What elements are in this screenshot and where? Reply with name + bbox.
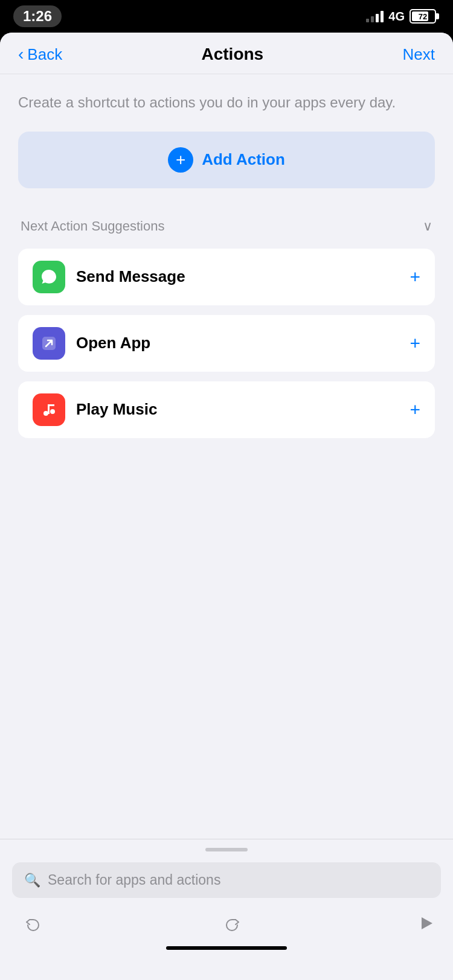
next-button[interactable]: Next (403, 45, 435, 64)
search-icon: 🔍 (24, 873, 40, 888)
back-label: Back (27, 45, 62, 64)
search-placeholder: Search for apps and actions (48, 872, 220, 888)
suggestions-title: Next Action Suggestions (21, 218, 164, 234)
network-type: 4G (388, 10, 405, 24)
status-icons: 4G 72 (366, 9, 436, 24)
chevron-left-icon: ‹ (18, 45, 24, 64)
home-indicator (166, 946, 287, 950)
svg-rect-4 (48, 404, 54, 406)
suggestions-header: Next Action Suggestions ∨ (18, 218, 435, 234)
description-text: Create a shortcut to actions you do in y… (18, 92, 435, 113)
add-open-app-button[interactable]: + (410, 333, 420, 354)
svg-point-2 (50, 409, 55, 414)
add-play-music-button[interactable]: + (410, 399, 420, 420)
play-music-icon (33, 393, 65, 426)
back-button[interactable]: ‹ Back (18, 45, 62, 64)
add-send-message-button[interactable]: + (410, 267, 420, 287)
open-app-icon (33, 327, 65, 360)
add-action-button[interactable]: + Add Action (18, 132, 435, 188)
chevron-down-icon[interactable]: ∨ (423, 218, 432, 234)
action-item-open-app[interactable]: Open App + (18, 315, 435, 372)
play-music-label: Play Music (76, 400, 399, 419)
run-button[interactable] (416, 914, 435, 937)
redo-button[interactable] (217, 910, 247, 940)
svg-point-1 (43, 411, 48, 416)
battery-icon: 72 (410, 9, 436, 24)
undo-button[interactable] (18, 910, 48, 940)
status-time: 1:26 (13, 5, 62, 27)
sheet-handle (205, 848, 248, 851)
action-item-send-message[interactable]: Send Message + (18, 249, 435, 305)
add-action-label: Add Action (202, 150, 285, 169)
action-item-play-music[interactable]: Play Music + (18, 381, 435, 438)
main-sheet: ‹ Back Actions Next Create a shortcut to… (0, 33, 453, 980)
add-icon: + (168, 147, 193, 173)
nav-bar: ‹ Back Actions Next (0, 33, 453, 74)
search-bar[interactable]: 🔍 Search for apps and actions (12, 862, 441, 898)
signal-bars-icon (366, 10, 384, 22)
open-app-label: Open App (76, 334, 399, 352)
send-message-icon (33, 261, 65, 293)
page-title: Actions (201, 45, 263, 64)
content-area: Create a shortcut to actions you do in y… (0, 74, 453, 438)
send-message-label: Send Message (76, 267, 399, 286)
bottom-sheet: 🔍 Search for apps and actions (0, 839, 453, 980)
bottom-controls (12, 910, 441, 940)
status-bar: 1:26 4G 72 (0, 0, 453, 33)
